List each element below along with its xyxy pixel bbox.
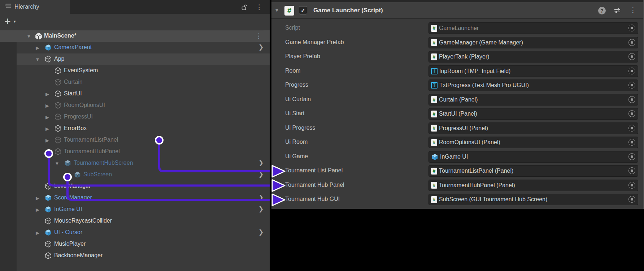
inspector-scrollbar-track[interactable] xyxy=(643,0,644,209)
object-picker-icon[interactable] xyxy=(628,153,635,160)
object-picker-icon[interactable] xyxy=(628,182,635,189)
gameobject-label: CameraParent xyxy=(54,44,92,51)
object-field-room[interactable]: IInpRoom (TMP_Input Field) xyxy=(428,65,638,77)
object-field-ui-curtain[interactable]: #Curtain (Panel) xyxy=(428,94,638,106)
hierarchy-panel: Hierarchy ⋮ + ▾ All ▼ MainScene*⋮▶ xyxy=(0,0,270,271)
hierarchy-toolbar: + ▾ All xyxy=(0,14,270,29)
object-field-script[interactable]: #GameLauncher xyxy=(428,22,638,34)
hierarchy-row-startui[interactable]: ▶ StartUI xyxy=(0,88,270,100)
hierarchy-row-errorbox[interactable]: ▶ ErrorBox xyxy=(0,123,270,134)
hierarchy-row-eventsystem[interactable]: EventSystem xyxy=(0,65,270,77)
object-picker-icon[interactable] xyxy=(628,68,635,74)
script-page-icon: # xyxy=(431,139,437,146)
hierarchy-row-tournamenthubscreen[interactable]: ▼ TournamentHubScreen❯ xyxy=(0,158,270,169)
hierarchy-row-roomoptionsui[interactable]: ▶ RoomOptionsUI xyxy=(0,100,270,111)
hierarchy-row-backbonemanager[interactable]: BackboneManager xyxy=(0,250,270,262)
script-page-icon: # xyxy=(431,96,437,103)
gameobject-label: SubScreen xyxy=(83,171,112,178)
foldout-closed-icon[interactable]: ▶ xyxy=(35,195,40,201)
gameobject-label: BackboneManager xyxy=(54,252,103,259)
field-value: Curtain (Panel) xyxy=(439,96,478,103)
gameobject-cube-icon xyxy=(54,136,62,144)
presets-icon[interactable] xyxy=(613,7,621,15)
field-value: SubScreen (GUI Tournament Hub Screen) xyxy=(439,196,547,203)
hierarchy-row-levelmanager[interactable]: LevelManager xyxy=(0,181,270,192)
hierarchy-row-mainscene-[interactable]: ▼ MainScene*⋮ xyxy=(0,30,270,42)
object-picker-icon[interactable] xyxy=(628,53,635,60)
object-field-player-prefab[interactable]: #PlayerTank (Player) xyxy=(428,51,638,63)
hierarchy-row-tournamenthubpanel[interactable]: TournamentHubPanel xyxy=(0,146,270,158)
script-page-icon: # xyxy=(431,168,437,175)
object-picker-icon[interactable] xyxy=(628,196,635,203)
component-header[interactable]: ▼ # ✓ Game Launcher (Script) ? ⋮ xyxy=(271,2,644,19)
prefab-open-chevron-icon[interactable]: ❯ xyxy=(258,205,264,213)
object-field-ui-game[interactable]: InGame UI xyxy=(428,151,638,163)
foldout-closed-icon[interactable]: ▶ xyxy=(44,126,50,132)
field-value: InGame UI xyxy=(440,154,468,160)
object-field-tournament-list-panel[interactable]: #TournamentListPanel (Panel) xyxy=(428,165,638,177)
hierarchy-row-mouseraycastcollider[interactable]: MouseRaycastCollider xyxy=(0,215,270,227)
foldout-closed-icon[interactable]: ▶ xyxy=(35,45,40,51)
object-picker-icon[interactable] xyxy=(628,125,635,132)
script-page-icon: # xyxy=(431,196,437,203)
prefab-open-chevron-icon[interactable]: ❯ xyxy=(258,43,264,51)
component-foldout-icon[interactable]: ▼ xyxy=(274,7,279,13)
component-enabled-checkbox[interactable]: ✓ xyxy=(299,6,307,14)
hierarchy-row-subscreen[interactable]: SubScreen❯ xyxy=(0,169,270,181)
lock-icon[interactable] xyxy=(240,3,248,12)
hierarchy-row-tournamentlistpanel[interactable]: ▶ TournamentListPanel xyxy=(0,134,270,146)
script-page-icon: # xyxy=(431,111,437,117)
field-value: GameManager (Game Manager) xyxy=(439,39,523,46)
object-field-game-manager-prefab[interactable]: #GameManager (Game Manager) xyxy=(428,37,638,48)
foldout-closed-icon[interactable]: ▶ xyxy=(44,137,50,143)
object-picker-icon[interactable] xyxy=(628,139,635,146)
object-field-ui-progress[interactable]: #ProgressUI (Panel) xyxy=(428,122,638,134)
prefab-cube-icon xyxy=(431,153,438,160)
object-field-ui-room[interactable]: #RoomOptionsUI (Panel) xyxy=(428,137,638,148)
component-title: Game Launcher (Script) xyxy=(313,7,383,14)
gameobject-cube-icon xyxy=(44,182,52,190)
foldout-closed-icon[interactable]: ▶ xyxy=(44,114,50,120)
object-field-tournament-hub-panel[interactable]: #TournamentHubPanel (Panel) xyxy=(428,180,638,191)
prefab-open-chevron-icon[interactable]: ❯ xyxy=(258,159,264,167)
create-object-caret-icon[interactable]: ▾ xyxy=(14,19,16,24)
prefab-open-chevron-icon[interactable]: ❯ xyxy=(258,171,264,178)
foldout-open-icon[interactable]: ▼ xyxy=(35,56,40,62)
prefab-open-chevron-icon[interactable]: ❯ xyxy=(258,194,264,201)
hierarchy-row-cameraparent[interactable]: ▶ CameraParent❯ xyxy=(0,42,270,53)
object-field-ui-start[interactable]: #StartUI (Panel) xyxy=(428,108,638,120)
hierarchy-menu-kebab-icon[interactable]: ⋮ xyxy=(255,3,264,11)
help-icon[interactable]: ? xyxy=(598,7,606,14)
hierarchy-row-curtain[interactable]: Curtain xyxy=(0,77,270,88)
field-value: StartUI (Panel) xyxy=(439,111,477,117)
gameobject-label: TournamentListPanel xyxy=(64,137,118,143)
object-picker-icon[interactable] xyxy=(628,39,635,46)
foldout-closed-icon[interactable]: ▶ xyxy=(35,230,40,236)
object-field-progress[interactable]: TTxtProgress (Text Mesh Pro UGUI) xyxy=(428,79,638,91)
hierarchy-row-progressui[interactable]: ▶ ProgressUI xyxy=(0,111,270,123)
foldout-open-icon[interactable]: ▼ xyxy=(26,33,32,39)
hierarchy-row-scoremanager[interactable]: ▶ ScoreManager❯ xyxy=(0,192,270,204)
object-picker-icon[interactable] xyxy=(628,25,635,31)
field-label-tournament-hub-panel: Tournament Hub Panel xyxy=(285,182,344,188)
hierarchy-row-musicplayer[interactable]: MusicPlayer xyxy=(0,238,270,250)
object-picker-icon[interactable] xyxy=(628,96,635,103)
foldout-closed-icon[interactable]: ▶ xyxy=(35,207,40,212)
hierarchy-row-ui-cursor[interactable]: ▶ UI - Cursor❯ xyxy=(0,227,270,238)
foldout-closed-icon[interactable]: ▶ xyxy=(44,91,50,97)
component-kebab-icon[interactable]: ⋮ xyxy=(630,6,636,14)
gameobject-label: Curtain xyxy=(64,79,83,85)
hierarchy-row-ingame-ui[interactable]: ▶ InGame UI❯ xyxy=(0,204,270,215)
foldout-closed-icon[interactable]: ▶ xyxy=(44,103,50,108)
hierarchy-row-app[interactable]: ▼ App xyxy=(0,53,270,65)
scene-kebab-icon[interactable]: ⋮ xyxy=(256,32,262,40)
object-picker-icon[interactable] xyxy=(628,110,635,117)
create-object-button[interactable]: + xyxy=(2,15,13,27)
object-picker-icon[interactable] xyxy=(628,82,635,89)
object-picker-icon[interactable] xyxy=(628,167,635,174)
object-field-tournament-hub-gui[interactable]: #SubScreen (GUI Tournament Hub Screen) xyxy=(428,194,638,205)
gameobject-cube-icon xyxy=(44,55,52,63)
prefab-open-chevron-icon[interactable]: ❯ xyxy=(258,228,264,236)
foldout-open-icon[interactable]: ▼ xyxy=(54,160,60,166)
tab-hierarchy[interactable]: Hierarchy xyxy=(0,0,70,14)
